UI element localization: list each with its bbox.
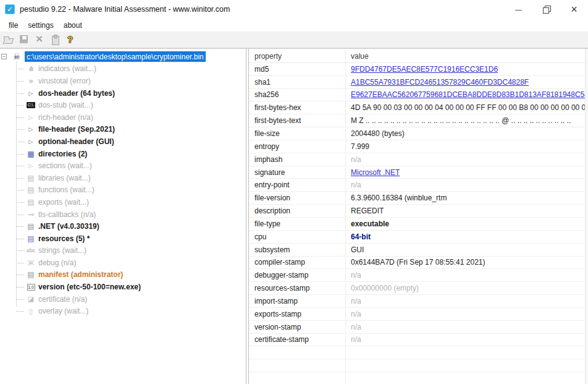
- tree-item-label: manifest (administrator): [38, 270, 123, 279]
- tree-item-libraries[interactable]: ▤libraries (wait...): [0, 172, 246, 184]
- value-link[interactable]: 9FDD4767DE5AEC8E577C1916ECC3E1D6: [351, 65, 498, 74]
- tree-item-virustotal[interactable]: »virustotal (error): [0, 75, 246, 87]
- table-row-description[interactable]: descriptionREGEDIT: [249, 205, 588, 218]
- expander-icon[interactable]: ▷: [25, 114, 36, 121]
- tree-item-file-header[interactable]: ▷file-header (Sep.2021): [0, 124, 246, 136]
- tree-item-manifest[interactable]: ▤manifest (administrator): [0, 269, 246, 281]
- table-row-sha256[interactable]: sha256E9627EBAAC562067759681DCEBA8DDE8D8…: [249, 89, 588, 102]
- value-link[interactable]: A1BC55A7931BFCD24651357829C460FD3DC4828F: [351, 78, 529, 87]
- property-cell: cpu: [249, 231, 345, 243]
- tree-item-label: c:\users\administrator\desktop\sample\cr…: [25, 51, 206, 62]
- table-row-signature[interactable]: signatureMicrosoft .NET: [249, 166, 588, 179]
- value-text: GUI: [351, 245, 364, 254]
- open-toolbar-icon[interactable]: [3, 34, 14, 45]
- table-row-file-version[interactable]: file-version6.3.9600.16384 (winblue_rtm: [249, 192, 588, 205]
- table-row-certificate-stamp[interactable]: certificate-stampn/a: [249, 334, 588, 347]
- value-link[interactable]: E9627EBAAC562067759681DCEBA8DDE8D83B1D81…: [351, 90, 588, 99]
- tree-item-version[interactable]: 1.0version (etc-50-100=new.exe): [0, 281, 246, 293]
- table-row-entropy[interactable]: entropy7.999: [249, 140, 588, 153]
- menu-item-about[interactable]: about: [59, 20, 87, 31]
- virustotal-icon: »: [25, 76, 36, 85]
- expander-icon[interactable]: ▷: [25, 90, 36, 96]
- tree-item-strings[interactable]: abcstrings (wait...): [0, 245, 246, 257]
- tree-item-overlay[interactable]: ▯overlay (wait...): [0, 305, 246, 317]
- tree-item-debug[interactable]: Жdebug (n/a): [0, 257, 246, 269]
- tree-item-dos-stub[interactable]: C:\.dos-stub (wait...): [0, 99, 246, 111]
- value-text: M Z .. .. .. .. .. .. .. .. .. .. .. .. …: [351, 116, 571, 125]
- table-row-first-bytes-hex[interactable]: first-bytes-hex4D 5A 90 00 03 00 00 00 0…: [249, 101, 588, 114]
- collapse-box-icon[interactable]: −: [1, 54, 7, 59]
- tree-item-label: debug (n/a): [38, 258, 76, 267]
- table-row-resources-stamp[interactable]: resources-stamp0x00000000 (empty): [249, 282, 588, 295]
- title-bar: ✓ pestudio 9.22 - Malware Initial Assess…: [0, 0, 588, 19]
- tree-item-dos-header[interactable]: ▷dos-header (64 bytes): [0, 87, 246, 100]
- restore-button[interactable]: [532, 0, 560, 19]
- value-text: 0x00000000 (empty): [351, 284, 419, 292]
- property-cell: [249, 346, 345, 359]
- table-row-imphash[interactable]: imphashn/a: [249, 153, 588, 166]
- indicators-icon: ılı: [25, 65, 36, 72]
- table-row-version-stamp[interactable]: version-stampn/a: [249, 321, 588, 334]
- value-text: n/a: [351, 310, 361, 318]
- table-row-file-size[interactable]: file-size2004480 (bytes): [249, 127, 588, 140]
- delete-toolbar-icon[interactable]: [34, 34, 45, 45]
- tree-item-label: .NET (v4.0.30319): [38, 222, 99, 231]
- tree-item-label: dos-stub (wait...): [38, 101, 93, 109]
- pestudio-window: ✓ pestudio 9.22 - Malware Initial Assess…: [0, 0, 588, 384]
- tree-item-rich-header[interactable]: ▷rich-header (n/a): [0, 111, 246, 124]
- tree-item-directories[interactable]: ▦directories (2): [0, 148, 246, 160]
- property-cell: md5: [249, 63, 345, 75]
- table-row-exports-stamp[interactable]: exports-stampn/a: [249, 308, 588, 321]
- column-header-value[interactable]: value: [345, 50, 588, 62]
- table-row-entry-point[interactable]: entry-pointn/a: [249, 179, 588, 192]
- clipboard-toolbar-icon[interactable]: [49, 34, 61, 45]
- value-cell: [345, 372, 588, 384]
- value-link[interactable]: Microsoft .NET: [351, 168, 400, 177]
- property-cell: first-bytes-text: [249, 114, 345, 127]
- help-toolbar-icon[interactable]: [65, 34, 76, 45]
- tree-item-root-file[interactable]: −☠c:\users\administrator\desktop\sample\…: [0, 51, 246, 63]
- expander-icon[interactable]: ▷: [25, 163, 36, 169]
- minimize-button[interactable]: [505, 0, 532, 19]
- malware-icon: ☠: [10, 52, 23, 61]
- table-row-sha1[interactable]: sha1A1BC55A7931BFCD24651357829C460FD3DC4…: [249, 76, 588, 89]
- page-icon: ▤: [25, 198, 36, 207]
- tree-item-dotnet[interactable]: ▤.NET (v4.0.30319): [0, 220, 246, 233]
- value-text: n/a: [351, 323, 361, 331]
- table-row-compiler-stamp[interactable]: compiler-stamp0x6144BA7D (Fri Sep 17 08:…: [249, 257, 588, 270]
- tree-item-indicators[interactable]: ılıindicators (wait...): [0, 63, 246, 75]
- table-row-cpu[interactable]: cpu64-bit: [249, 231, 588, 244]
- table-row-subsystem[interactable]: subsystemGUI: [249, 244, 588, 257]
- table-scrollbar[interactable]: [585, 49, 588, 384]
- tree-item-sections[interactable]: ▷sections (wait...): [0, 160, 246, 172]
- table-row-file-type[interactable]: file-typeexecutable: [249, 218, 588, 231]
- table-row-md5[interactable]: md59FDD4767DE5AEC8E577C1916ECC3E1D6: [249, 63, 588, 76]
- expander-icon[interactable]: ▷: [25, 126, 36, 132]
- tree-item-certificate[interactable]: ◪certificate (n/a): [0, 293, 246, 305]
- tree-panel: −☠c:\users\administrator\desktop\sample\…: [0, 49, 246, 384]
- value-cell: n/a: [345, 295, 588, 307]
- tree-item-functions[interactable]: ▤functions (wait...): [0, 184, 246, 197]
- toolbar: [0, 32, 588, 48]
- table-header-row: propertyvalue: [249, 50, 588, 63]
- close-button[interactable]: [560, 0, 588, 19]
- tree-item-optional-header[interactable]: ▷optional-header (GUI): [0, 135, 246, 148]
- menu-item-settings[interactable]: settings: [23, 20, 58, 31]
- value-text: executable: [351, 220, 389, 228]
- tree-item-resources[interactable]: ▤resources (5) *: [0, 233, 246, 245]
- value-cell: GUI: [345, 244, 588, 256]
- save-toolbar-icon[interactable]: [19, 34, 30, 45]
- table-row-debugger-stamp[interactable]: debugger-stampn/a: [249, 269, 588, 282]
- property-cell: file-version: [249, 192, 345, 204]
- tree-item-tls-callbacks[interactable]: ⊸tls-callbacks (n/a): [0, 208, 246, 221]
- table-row-first-bytes-text[interactable]: first-bytes-textM Z .. .. .. .. .. .. ..…: [249, 114, 588, 127]
- tree-item-label: tls-callbacks (n/a): [38, 210, 96, 219]
- column-header-property[interactable]: property: [249, 50, 345, 62]
- menu-item-file[interactable]: file: [4, 20, 23, 31]
- tree-list: −☠c:\users\administrator\desktop\sample\…: [0, 51, 246, 317]
- table-row-import-stamp[interactable]: import-stampn/a: [249, 295, 588, 308]
- property-cell: file-size: [249, 127, 345, 140]
- expander-icon[interactable]: ▷: [25, 139, 36, 145]
- value-cell: 6.3.9600.16384 (winblue_rtm: [345, 192, 588, 204]
- tree-item-exports[interactable]: ▤exports (wait...): [0, 196, 246, 208]
